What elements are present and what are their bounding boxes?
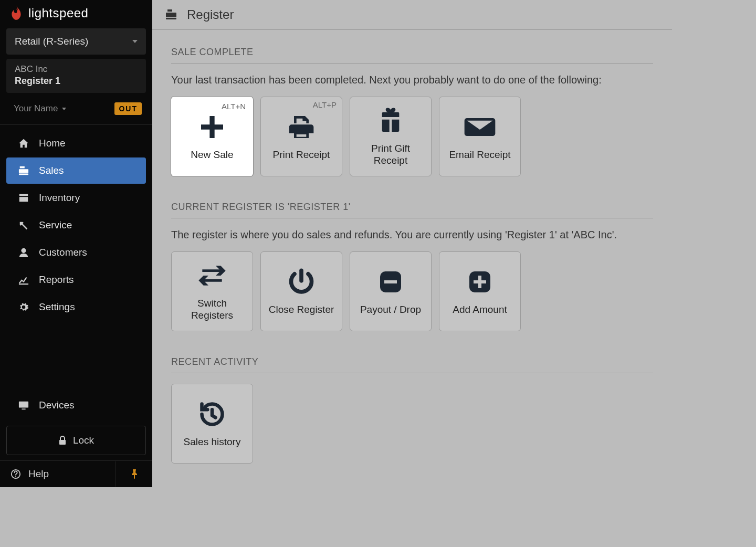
nav-item-reports[interactable]: Reports — [6, 267, 146, 293]
sidebar: lightspeed Retail (R-Series) ABC Inc Reg… — [0, 0, 152, 487]
nav-label: Home — [39, 138, 66, 149]
section-desc-current-register: The register is where you do sales and r… — [171, 229, 653, 241]
nav-item-home[interactable]: Home — [6, 130, 146, 156]
nav-item-devices[interactable]: Devices — [6, 392, 146, 418]
svg-rect-8 — [59, 440, 66, 445]
main-content: Register SALE COMPLETE Your last transac… — [152, 0, 672, 487]
svg-rect-15 — [384, 280, 397, 283]
svg-rect-12 — [166, 13, 176, 17]
nav-item-service[interactable]: Service — [6, 212, 146, 238]
section-desc-sale-complete: Your last transaction has been completed… — [171, 74, 653, 86]
card-label: Payout / Drop — [356, 304, 425, 316]
card-label: Email Receipt — [445, 149, 514, 161]
card-print-receipt[interactable]: ALT+P Print Receipt — [260, 97, 342, 176]
gift-icon — [376, 106, 405, 135]
card-label: Print Gift Receipt — [350, 143, 431, 167]
card-print-gift-receipt[interactable]: Print Gift Receipt — [350, 97, 432, 176]
page-title: Register — [187, 7, 234, 22]
gear-icon — [18, 302, 29, 312]
brand-name: lightspeed — [28, 6, 88, 20]
plus-icon — [197, 112, 227, 142]
user-menu[interactable]: Your Name — [14, 103, 66, 114]
home-icon — [18, 138, 29, 149]
section-heading-recent-activity: RECENT ACTIVITY — [171, 356, 653, 373]
nav-label: Settings — [39, 301, 75, 313]
nav-label: Devices — [39, 399, 75, 411]
card-label: Print Receipt — [269, 149, 334, 161]
flame-icon — [9, 5, 23, 21]
nav-label: Customers — [39, 247, 87, 258]
chevron-down-icon — [62, 108, 66, 110]
nav-label: Reports — [39, 274, 74, 286]
card-label: Add Amount — [448, 304, 511, 316]
svg-rect-3 — [19, 194, 28, 196]
product-selector-label: Retail (R-Series) — [15, 36, 88, 47]
sale-complete-cards: ALT+N New Sale ALT+P Print Receipt — [171, 97, 653, 176]
print-icon — [287, 112, 316, 142]
section-heading-sale-complete: SALE COMPLETE — [171, 47, 653, 64]
hammer-icon — [18, 220, 29, 230]
nav-item-customers[interactable]: Customers — [6, 239, 146, 266]
logo-row: lightspeed — [0, 0, 152, 28]
help-label: Help — [28, 468, 49, 480]
pin-button[interactable] — [116, 461, 152, 487]
nav-item-settings[interactable]: Settings — [6, 294, 146, 320]
svg-rect-1 — [19, 169, 28, 173]
lock-button[interactable]: Lock — [6, 426, 146, 455]
card-label: Switch Registers — [172, 298, 253, 322]
svg-rect-18 — [478, 276, 481, 288]
shortcut-label: ALT+P — [313, 100, 337, 109]
nav-label: Service — [39, 219, 72, 231]
svg-point-5 — [21, 248, 26, 253]
chart-icon — [18, 275, 29, 285]
section-heading-current-register: CURRENT REGISTER IS 'REGISTER 1' — [171, 202, 653, 218]
nav-label: Inventory — [39, 192, 80, 204]
swap-icon — [197, 261, 227, 290]
card-switch-registers[interactable]: Switch Registers — [171, 251, 253, 331]
topbar: Register — [152, 0, 672, 30]
svg-rect-7 — [22, 408, 25, 409]
company-name: ABC Inc — [15, 64, 138, 75]
envelope-icon — [464, 112, 496, 142]
svg-rect-0 — [20, 166, 25, 169]
card-new-sale[interactable]: ALT+N New Sale — [171, 97, 253, 176]
card-email-receipt[interactable]: Email Receipt — [439, 97, 521, 176]
nav-item-inventory[interactable]: Inventory — [6, 185, 146, 211]
user-name: Your Name — [14, 103, 58, 114]
out-badge[interactable]: OUT — [114, 102, 142, 115]
svg-rect-11 — [167, 9, 172, 12]
lock-label: Lock — [73, 435, 94, 446]
minus-square-icon — [378, 267, 403, 297]
svg-rect-4 — [19, 197, 28, 202]
main-nav: Home Sales Inventory Service — [0, 125, 152, 321]
register-icon — [18, 165, 29, 176]
card-add-amount[interactable]: Add Amount — [439, 251, 521, 331]
card-label: Close Register — [265, 304, 339, 316]
svg-point-10 — [15, 476, 16, 477]
svg-rect-6 — [19, 402, 28, 408]
register-icon — [165, 9, 177, 20]
lock-icon — [58, 436, 67, 445]
register-name: Register 1 — [15, 76, 138, 87]
card-sales-history[interactable]: Sales history — [171, 384, 253, 464]
user-row: Your Name OUT — [0, 97, 152, 124]
help-icon — [10, 469, 21, 479]
card-label: New Sale — [186, 149, 237, 161]
shortcut-label: ALT+N — [222, 102, 246, 111]
inventory-icon — [18, 193, 29, 203]
svg-rect-2 — [19, 173, 28, 175]
card-payout-drop[interactable]: Payout / Drop — [350, 251, 432, 331]
help-button[interactable]: Help — [0, 461, 116, 487]
card-label: Sales history — [180, 436, 245, 448]
user-icon — [18, 247, 29, 258]
nav-label: Sales — [39, 165, 64, 176]
bottom-bar: Help — [0, 460, 152, 487]
history-icon — [198, 399, 226, 429]
devices-icon — [18, 400, 29, 411]
product-selector[interactable]: Retail (R-Series) — [6, 28, 146, 55]
card-close-register[interactable]: Close Register — [260, 251, 342, 331]
account-box[interactable]: ABC Inc Register 1 — [6, 59, 146, 93]
nav-item-sales[interactable]: Sales — [6, 157, 146, 184]
svg-rect-13 — [166, 18, 176, 19]
chevron-down-icon — [132, 40, 138, 43]
